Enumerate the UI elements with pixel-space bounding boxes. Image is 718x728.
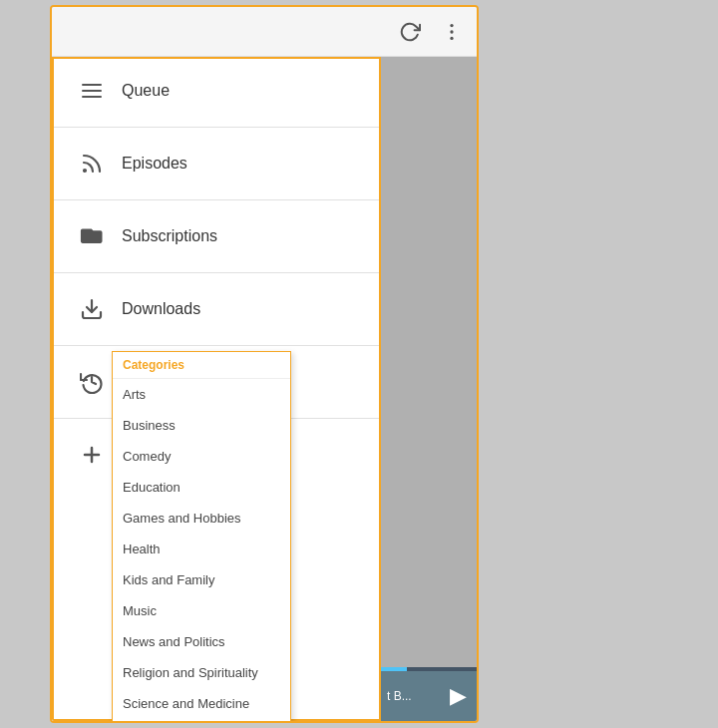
divider (54, 127, 379, 128)
category-society-culture[interactable]: Society and Culture (113, 719, 290, 723)
category-games-hobbies[interactable]: Games and Hobbies (113, 503, 290, 534)
folder-icon (74, 218, 110, 254)
history-icon (74, 364, 110, 400)
category-arts[interactable]: Arts (113, 379, 290, 410)
drawer-subscriptions-label: Subscriptions (122, 227, 217, 245)
list-icon (74, 73, 110, 109)
svg-point-0 (450, 23, 453, 26)
divider (54, 345, 379, 346)
svg-point-6 (84, 170, 86, 172)
category-music[interactable]: Music (113, 595, 290, 626)
svg-point-2 (450, 36, 453, 39)
category-religion-spirituality[interactable]: Religion and Spirituality (113, 657, 290, 688)
category-news-politics[interactable]: News and Politics (113, 626, 290, 657)
play-button[interactable]: ▶ (450, 683, 467, 709)
category-kids-family[interactable]: Kids and Family (113, 564, 290, 595)
app-container: Queue Episodes (50, 5, 479, 723)
drawer-item-downloads[interactable]: Downloads (54, 277, 379, 341)
drawer-queue-label: Queue (122, 82, 170, 100)
more-options-button[interactable] (437, 17, 467, 47)
player-track-text: t B... (387, 689, 412, 703)
refresh-button[interactable] (395, 17, 425, 47)
category-health[interactable]: Health (113, 534, 290, 564)
category-science-medicine[interactable]: Science and Medicine (113, 688, 290, 719)
drawer-item-episodes[interactable]: Episodes (54, 132, 379, 195)
divider (54, 199, 379, 200)
plus-icon (74, 437, 110, 473)
player-bar: t B... ▶ (377, 671, 477, 721)
drawer-item-queue[interactable]: Queue (54, 59, 379, 123)
category-education[interactable]: Education (113, 472, 290, 503)
category-business[interactable]: Business (113, 410, 290, 441)
drawer-downloads-label: Downloads (122, 300, 200, 318)
main-area: Queue Episodes (52, 57, 477, 721)
category-comedy[interactable]: Comedy (113, 441, 290, 472)
svg-point-1 (450, 30, 453, 33)
drawer-item-subscriptions[interactable]: Subscriptions (54, 204, 379, 268)
download-icon (74, 291, 110, 327)
categories-header: Categories (113, 352, 290, 379)
categories-dropdown: Categories Arts Business Comedy Educatio… (112, 351, 291, 723)
divider (54, 272, 379, 273)
rss-icon (74, 146, 110, 182)
top-bar (52, 7, 477, 57)
drawer-episodes-label: Episodes (122, 155, 187, 173)
